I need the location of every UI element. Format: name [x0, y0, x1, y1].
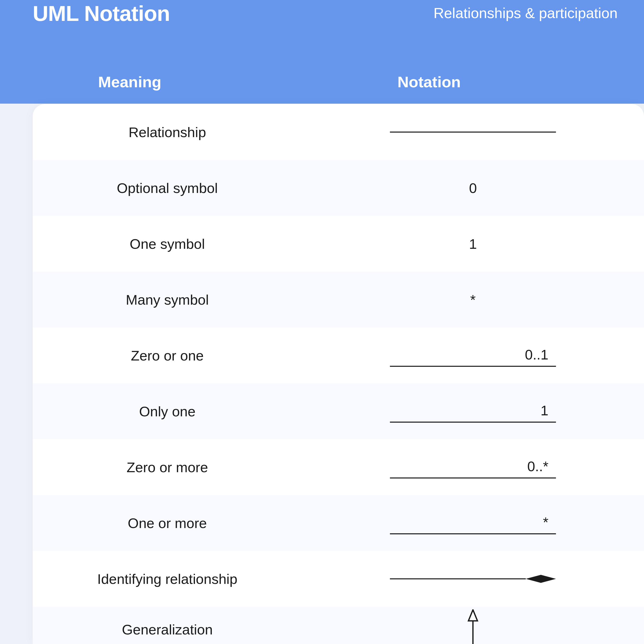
- multiplicity-label: *: [543, 514, 548, 530]
- notation-symbol: *: [470, 292, 476, 308]
- line-icon: [390, 477, 556, 478]
- table-row: Identifying relationship: [33, 551, 644, 607]
- table-row: Zero or one 0..1: [33, 328, 644, 383]
- table-row: Zero or more 0..*: [33, 439, 644, 495]
- notation-table: Relationship Optional symbol 0 One symbo…: [33, 104, 644, 644]
- multiplicity-label: 1: [541, 402, 548, 419]
- notation-cell: [302, 551, 644, 607]
- notation-cell: *: [302, 495, 644, 551]
- table-row: Generalization: [33, 607, 644, 644]
- page-subtitle: Relationships & participation: [433, 5, 618, 21]
- table-row: One symbol 1: [33, 216, 644, 272]
- multiplicity-label: 0..1: [525, 346, 548, 363]
- generalization-arrow-icon: [465, 609, 480, 644]
- table-row: Relationship: [33, 104, 644, 160]
- notation-cell: 0..*: [302, 439, 644, 495]
- multiplicity-label: 0..*: [527, 458, 548, 474]
- meaning-label: Zero or more: [33, 459, 302, 475]
- meaning-label: Many symbol: [33, 292, 302, 308]
- notation-cell: 1: [302, 216, 644, 272]
- meaning-label: Zero or one: [33, 347, 302, 364]
- notation-cell: *: [302, 272, 644, 328]
- line-icon: [390, 578, 526, 579]
- meaning-label: Only one: [33, 403, 302, 420]
- identifying-relationship-icon: [390, 574, 556, 584]
- meaning-label: Identifying relationship: [33, 571, 302, 587]
- multiplicity-line-icon: 1: [390, 400, 556, 423]
- table-row: Only one 1: [33, 383, 644, 439]
- notation-cell: [302, 607, 644, 644]
- page-title: UML Notation: [33, 1, 170, 26]
- column-header-meaning: Meaning: [98, 73, 161, 91]
- table-row: One or more *: [33, 495, 644, 551]
- table-row: Many symbol *: [33, 272, 644, 328]
- filled-diamond-icon: [526, 574, 556, 584]
- meaning-label: Generalization: [33, 621, 302, 638]
- notation-symbol: 0: [469, 180, 477, 196]
- multiplicity-line-icon: 0..1: [390, 344, 556, 367]
- table-row: Optional symbol 0: [33, 160, 644, 216]
- notation-cell: 1: [302, 383, 644, 439]
- column-header-notation: Notation: [397, 73, 461, 91]
- line-icon: [390, 422, 556, 423]
- meaning-label: One or more: [33, 515, 302, 531]
- notation-cell: 0..1: [302, 328, 644, 383]
- meaning-label: One symbol: [33, 236, 302, 252]
- multiplicity-line-icon: 0..*: [390, 456, 556, 478]
- notation-symbol: 1: [469, 236, 477, 252]
- meaning-label: Relationship: [33, 124, 302, 140]
- svg-marker-0: [526, 575, 556, 583]
- relationship-line-icon: [390, 132, 556, 133]
- line-icon: [390, 366, 556, 367]
- svg-marker-1: [468, 610, 477, 621]
- meaning-label: Optional symbol: [33, 180, 302, 196]
- multiplicity-line-icon: *: [390, 512, 556, 534]
- notation-cell: [302, 104, 644, 160]
- notation-cell: 0: [302, 160, 644, 216]
- line-icon: [390, 533, 556, 534]
